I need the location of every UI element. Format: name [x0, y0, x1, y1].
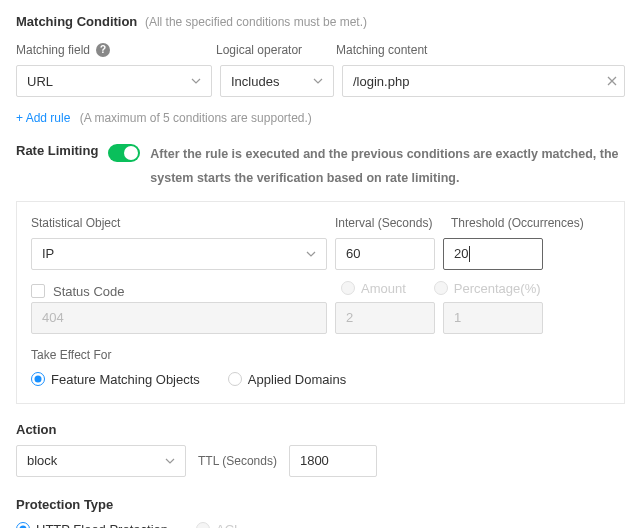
chevron-down-icon	[165, 456, 175, 466]
amount-radio: Amount	[341, 281, 406, 296]
logical-operator-value: Includes	[231, 74, 279, 89]
action-title: Action	[16, 422, 625, 437]
chevron-down-icon	[306, 249, 316, 259]
matching-field-select[interactable]: URL	[16, 65, 212, 97]
percentage-value: 1	[454, 310, 461, 325]
threshold-label: Threshold (Occurrences)	[451, 216, 610, 230]
protection-acl-label: ACL	[216, 522, 241, 529]
chevron-down-icon	[313, 76, 323, 86]
take-effect-domains-radio[interactable]: Applied Domains	[228, 372, 346, 387]
threshold-value: 20	[454, 246, 468, 261]
add-rule-limit: (A maximum of 5 conditions are supported…	[80, 111, 312, 125]
action-select[interactable]: block	[16, 445, 186, 477]
rate-limiting-description: After the rule is executed and the previ…	[150, 143, 625, 191]
protection-flood-label: HTTP Flood Protection	[36, 522, 168, 529]
take-effect-feature-label: Feature Matching Objects	[51, 372, 200, 387]
statistical-object-select[interactable]: IP	[31, 238, 327, 270]
status-code-checkbox[interactable]	[31, 284, 45, 298]
matching-content-input[interactable]: /login.php	[342, 65, 625, 97]
status-code-value: 404	[42, 310, 64, 325]
amount-input: 2	[335, 302, 435, 334]
amount-label: Amount	[361, 281, 406, 296]
amount-value: 2	[346, 310, 353, 325]
protection-type-title: Protection Type	[16, 497, 625, 512]
take-effect-label: Take Effect For	[31, 348, 610, 362]
rate-limiting-box: Statistical Object Interval (Seconds) Th…	[16, 201, 625, 404]
statistical-object-label: Statistical Object	[31, 216, 335, 230]
ttl-value: 1800	[300, 453, 329, 468]
chevron-down-icon	[191, 76, 201, 86]
ttl-label: TTL (Seconds)	[198, 454, 277, 468]
status-code-input: 404	[31, 302, 327, 334]
logical-operator-label: Logical operator	[216, 43, 336, 57]
protection-acl-radio: ACL	[196, 522, 241, 529]
matching-content-value: /login.php	[353, 74, 409, 89]
percentage-label: Percentage(%)	[454, 281, 541, 296]
percentage-input: 1	[443, 302, 543, 334]
add-rule-link[interactable]: + Add rule	[16, 111, 70, 125]
statistical-object-value: IP	[42, 246, 54, 261]
logical-operator-select[interactable]: Includes	[220, 65, 334, 97]
matching-field-value: URL	[27, 74, 53, 89]
percentage-radio: Percentage(%)	[434, 281, 541, 296]
matching-field-label: Matching field	[16, 43, 90, 57]
clear-icon[interactable]	[606, 75, 618, 87]
protection-flood-radio[interactable]: HTTP Flood Protection	[16, 522, 168, 529]
interval-label: Interval (Seconds)	[335, 216, 451, 230]
rate-limiting-title: Rate Limiting	[16, 143, 98, 158]
matching-condition-label: Matching Condition	[16, 14, 137, 29]
interval-value: 60	[346, 246, 360, 261]
interval-input[interactable]: 60	[335, 238, 435, 270]
matching-content-label: Matching content	[336, 43, 625, 57]
matching-condition-title: Matching Condition (All the specified co…	[16, 14, 625, 29]
help-icon[interactable]: ?	[96, 43, 110, 57]
matching-condition-hint: (All the specified conditions must be me…	[145, 15, 367, 29]
threshold-input[interactable]: 20	[443, 238, 543, 270]
rate-limiting-toggle[interactable]	[108, 144, 140, 162]
status-code-label: Status Code	[53, 284, 125, 299]
take-effect-domains-label: Applied Domains	[248, 372, 346, 387]
ttl-input[interactable]: 1800	[289, 445, 377, 477]
action-value: block	[27, 453, 57, 468]
matching-columns-header: Matching field ? Logical operator Matchi…	[16, 43, 625, 57]
take-effect-feature-radio[interactable]: Feature Matching Objects	[31, 372, 200, 387]
text-caret	[469, 246, 470, 262]
